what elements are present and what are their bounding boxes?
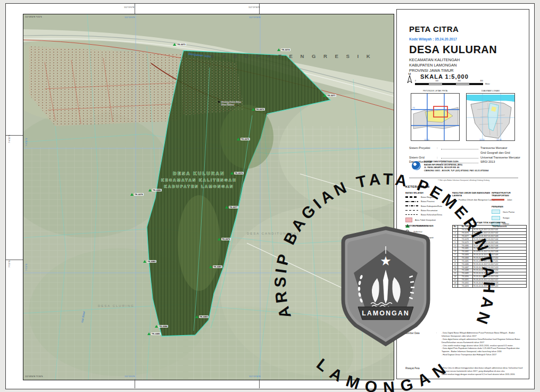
graticule-label: 7°4'30"S <box>25 138 28 146</box>
tk-table: No.No. TitikTitik Kartometrik 1TK-0075TK… <box>452 225 527 288</box>
svg-text:7°0': 7°0' <box>412 107 416 109</box>
legend-item: Batas Kelurahan/Desa <box>405 213 456 216</box>
graticule-label: 112°19'30"E <box>249 375 261 378</box>
north-arrow: U <box>406 72 413 85</box>
riwayat-peta-block: Riwayat Peta : - Peta Citra ini dibuat m… <box>405 367 524 377</box>
tk-point-marker: TK-0082 <box>143 260 156 263</box>
tk-triangle-icon <box>130 193 134 196</box>
colon: : <box>436 332 442 357</box>
grid-tick <box>259 4 260 14</box>
tk-triangle-icon <box>143 260 146 263</box>
kec-symbol-icon <box>405 210 418 211</box>
tk-triangle-icon <box>173 43 176 46</box>
scale-tick-labels: 0100200400 <box>415 80 483 82</box>
riwayat-items: - Peta Citra ini dibuat menggunakan data… <box>442 367 524 377</box>
tk-triangle-icon <box>195 315 198 318</box>
sumber-data-block: Sumber Data : - Data Digital Batas Wilay… <box>405 332 524 357</box>
tk-table-title: DAFTAR TITIK KARTOMETRIS <box>452 221 527 224</box>
tk-triangle-icon <box>277 48 280 51</box>
legend-header: KETERANGAN <box>405 185 429 188</box>
office-circle-icon: L <box>410 248 414 252</box>
tk-triangle-icon <box>230 172 234 174</box>
scale-tick: 200 <box>458 80 461 82</box>
provinsi-line: PROVINSI JAWA TIMUR <box>409 68 460 73</box>
legend-col-title: INFRASTRUKTUR TRANSPORTASI <box>492 191 527 197</box>
tk-point-marker: TK-0079 <box>218 238 231 240</box>
air-symbol-icon <box>492 210 500 214</box>
inset-right-title: DIAGRAM LOKASI <box>466 89 515 92</box>
tk-point-marker: TK-0077 <box>225 206 238 208</box>
tk-triangle-icon <box>252 108 255 111</box>
tk-point-marker: TK-0073 <box>173 43 186 46</box>
grid-tick-label: 7°4'30"S <box>8 135 11 143</box>
tk-triangle-icon <box>155 325 158 328</box>
grid-tick-label: 7°5'0"S <box>8 261 11 268</box>
legend-batas-wilayah: BATAS WILAYAH Batas NegaraBatas Provinsi… <box>405 191 456 230</box>
scale-unit: Meter <box>485 83 490 85</box>
copyright-note: © Hak cipta Badan Informasi Geospasial, … <box>409 178 518 181</box>
tk-point-marker: TK-0071 <box>323 94 336 97</box>
map-area[interactable]: K A B U P A T E N G R E S I K Bengawan S… <box>23 14 394 380</box>
sumber-items: - Data Digital Batas Wilayah Administras… <box>442 332 524 357</box>
big-logo <box>412 161 421 170</box>
legend-item: Batas Kecamatan <box>405 209 456 212</box>
graticule-label: 112°19'30"E <box>249 16 261 19</box>
tk-triangle-icon <box>225 206 228 208</box>
fasil-symbol-icon <box>454 199 456 201</box>
legend-col-title: BATAS WILAYAH <box>405 191 456 194</box>
kode-wilayah: Kode Wilayah : 35.24.20.2017 <box>409 37 457 41</box>
grid-tick <box>135 379 135 388</box>
projection-row: Sistem Proyeksi:Transverse Mercator <box>409 146 521 151</box>
grid-tick-label: 112°19'30"E <box>248 6 260 9</box>
publisher-block: DICETAK DAN DITERBITKAN OLEH:BADAN INFOR… <box>412 161 518 173</box>
projection-row: Sistem Grid:Grid Geografi dan Grid Unive… <box>409 151 521 160</box>
provinsi-symbol-icon <box>405 201 418 202</box>
scale-tick: 100 <box>435 80 438 82</box>
graticule-label: 112°19'0"E <box>124 16 135 19</box>
kantor-item: DLDesa, Lurah <box>405 248 456 252</box>
kabupaten-line: KABUPATEN LAMONGAN <box>409 63 460 68</box>
inset-diagram-lokasi: 112°20'112°30' <box>466 93 515 141</box>
grid-tick <box>259 379 260 388</box>
legend-item: Jalan <box>492 198 527 201</box>
kantor-item: WBWalikota, Bupati <box>405 236 456 239</box>
kabkota-symbol-icon <box>405 205 418 206</box>
legend-item: Batas Negara <box>405 196 456 198</box>
sheet-border: K A B U P A T E N G R E S I K Bengawan S… <box>5 3 535 389</box>
kecamatan-line: KECAMATAN KALITENGAH <box>409 57 460 63</box>
sumber-label: Sumber Data <box>405 332 436 357</box>
info-panel: PETA CITRA Kode Wilayah : 35.24.20.2017 … <box>396 9 529 379</box>
grid-tick-label: 112°19'0"E <box>124 6 135 9</box>
tk-triangle-icon <box>323 94 326 97</box>
inset-left-title: PETUNJUK LETAK PETA <box>411 89 460 92</box>
office-circle-icon: D <box>405 248 409 252</box>
kantor-item: GGubernur <box>405 230 456 233</box>
jalan-symbol-icon <box>492 199 504 201</box>
graticule-label: 7°5'0"S <box>25 264 28 271</box>
map-series-title: PETA CITRA <box>409 24 459 34</box>
svg-text:112°30': 112°30' <box>496 139 502 141</box>
legend-kantor: KANTOR PEMERINTAHAN GGubernurWBWalikota,… <box>405 224 456 254</box>
riwayat-label: Riwayat Peta <box>405 367 436 377</box>
tk-triangle-icon <box>237 138 240 140</box>
admin-lines: KECAMATAN KALITENGAH KABUPATEN LAMONGAN … <box>409 57 460 73</box>
graticule-label: 112°19'0"E <box>124 375 135 378</box>
inset-map-location-guide: 112°20'7°0' <box>411 93 460 141</box>
scale-tick: 400 <box>480 80 483 82</box>
tk-point-marker: TK-0078 <box>130 193 144 196</box>
legend-col-title: PERAIRAN <box>492 205 527 208</box>
legend-item: Batas Kabupaten/Kota <box>405 205 456 207</box>
svg-text:112°20': 112°20' <box>479 139 485 141</box>
legend-item: Sungai <box>492 216 527 220</box>
north-arrow-icon <box>407 76 412 84</box>
map-sheet: K A B U P A T E N G R E S I K Bengawan S… <box>0 0 540 392</box>
air-symbol-icon <box>492 216 500 220</box>
desa-symbol-icon <box>405 214 418 215</box>
publisher-lines: DICETAK DAN DITERBITKAN OLEH:BADAN INFOR… <box>424 161 488 173</box>
graticule-label: 112°18'30"E 7°5'30"S <box>25 376 43 378</box>
colon: : <box>436 367 442 377</box>
grid-tick <box>6 260 23 260</box>
tk-point-marker: TK-0081 <box>209 265 222 268</box>
graticule-label: 112°18'30"E 7°4'0"S <box>25 16 41 18</box>
tk-triangle-icon <box>147 332 151 335</box>
